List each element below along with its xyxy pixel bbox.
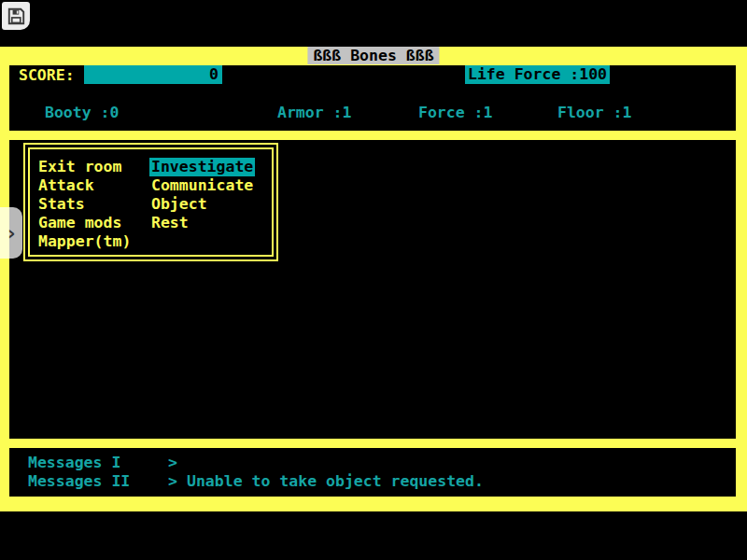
score-label: SCORE:: [19, 66, 75, 85]
stat-floor: Floor :1: [557, 104, 631, 122]
menu-item-investigate[interactable]: Investigate: [149, 158, 255, 176]
stat-booty: Booty :0: [45, 104, 119, 122]
messages-panel: Messages I > Messages II > Unable to tak…: [9, 448, 736, 497]
save-button[interactable]: [2, 2, 30, 30]
life-force-badge: Life Force :100: [465, 65, 610, 84]
message-row-2-label: Messages II: [28, 472, 130, 491]
chevron-right-icon: ›: [5, 223, 17, 244]
menu-item-mapper[interactable]: Mapper(tm): [38, 232, 131, 251]
stat-armor: Armor :1: [277, 104, 351, 122]
action-menu-border: Exit room Attack Stats Game mods Mapper(…: [28, 147, 274, 257]
menu-item-game-mods[interactable]: Game mods: [38, 214, 131, 232]
action-menu: Exit room Attack Stats Game mods Mapper(…: [23, 143, 278, 261]
menu-item-attack[interactable]: Attack: [38, 176, 131, 195]
screen: { "toolbar": { "save_icon": "floppy-disk…: [0, 0, 747, 560]
menu-item-stats[interactable]: Stats: [38, 195, 131, 214]
message-row-2-text: Unable to take object requested.: [187, 472, 484, 491]
floppy-disk-icon: [7, 7, 25, 25]
stat-force: Force :1: [418, 104, 492, 122]
menu-column-right: Investigate Communicate Object Rest: [151, 158, 255, 232]
sidebar-expand-handle[interactable]: ›: [0, 207, 22, 259]
menu-item-rest[interactable]: Rest: [151, 214, 255, 232]
message-row-1-prompt: >: [168, 454, 177, 472]
game-window: ßßß Bones ßßß SCORE: 0 Life Force :100 B…: [0, 47, 747, 511]
message-row-2: Messages II > Unable to take object requ…: [28, 472, 719, 491]
page-title: ßßß Bones ßßß: [307, 47, 439, 64]
score-bar: 0: [84, 65, 222, 84]
menu-column-left: Exit room Attack Stats Game mods Mapper(…: [38, 158, 131, 251]
menu-item-exit-room[interactable]: Exit room: [38, 158, 131, 176]
menu-item-object[interactable]: Object: [151, 195, 255, 214]
message-row-1-label: Messages I: [28, 454, 120, 472]
message-row-2-prompt: >: [168, 472, 177, 491]
main-panel: Exit room Attack Stats Game mods Mapper(…: [9, 140, 736, 439]
message-row-1: Messages I >: [28, 454, 719, 472]
status-panel: SCORE: 0 Life Force :100 Booty :0 Armor …: [9, 65, 736, 131]
menu-item-communicate[interactable]: Communicate: [151, 176, 255, 195]
